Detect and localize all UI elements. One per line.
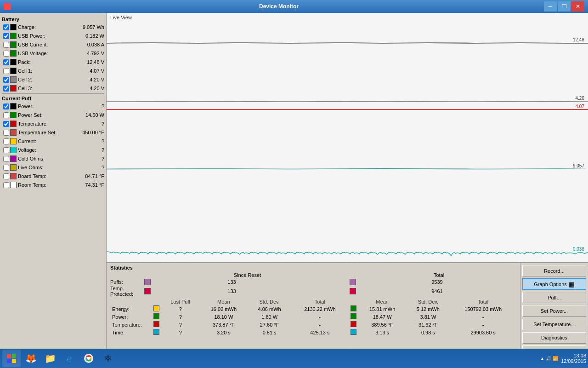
- cp-temp-checkbox[interactable]: [3, 121, 9, 127]
- minimize-button[interactable]: ─: [544, 1, 557, 12]
- taskbar-atom[interactable]: ⚛: [99, 350, 117, 367]
- puffs-color-sr: [144, 279, 151, 285]
- power-stddev-sr: 1.80 W: [248, 313, 291, 321]
- cp-voltage-checkbox[interactable]: [3, 147, 9, 153]
- energy-mean-sr: 16.02 mWh: [200, 305, 248, 313]
- cp-current-value: ?: [77, 138, 104, 144]
- energy-color-box2: [351, 305, 356, 311]
- cp-coldohms-color: [10, 155, 17, 162]
- time-mean-t: 3.13 s: [358, 328, 407, 336]
- record-button[interactable]: Record...: [522, 265, 586, 276]
- svg-text:0.038: 0.038: [573, 246, 584, 251]
- cp-temp-value: ?: [77, 121, 104, 126]
- power-color-box2: [351, 313, 356, 319]
- col-lastpuff: Last Puff: [161, 299, 200, 305]
- battery-pack-checkbox[interactable]: [3, 59, 9, 65]
- cp-coldohms-value: ?: [77, 156, 104, 161]
- energy-stddev-t: 5.12 mWh: [407, 305, 450, 313]
- currentpuff-header: Current Puff: [2, 96, 104, 101]
- cp-power-checkbox[interactable]: [3, 104, 9, 109]
- table-row: Temperature: ? 373.87 °F 27.60 °F - 389.…: [110, 321, 516, 328]
- svg-text:9.057: 9.057: [573, 163, 584, 168]
- set-power-button[interactable]: Set Power...: [522, 305, 586, 316]
- battery-cell1-row: Cell 1: 4.07 V: [2, 67, 104, 75]
- cp-roomtemp-checkbox[interactable]: [3, 182, 9, 188]
- cp-current-checkbox[interactable]: [3, 138, 9, 144]
- diagnostics-button[interactable]: Diagnostics: [522, 332, 586, 344]
- taskbar-ie[interactable]: ℯ: [60, 350, 79, 367]
- cp-current-color: [10, 138, 17, 144]
- puffs-color-total: [350, 279, 356, 285]
- svg-text:4.07: 4.07: [576, 104, 585, 109]
- graph-options-button[interactable]: Graph Options ▦: [522, 278, 586, 290]
- battery-cell2-checkbox[interactable]: [3, 77, 9, 83]
- table-row: Power: ? 18.10 W 1.80 W - 18.47 W 3.81 W…: [110, 313, 516, 321]
- close-button[interactable]: ✕: [571, 1, 584, 12]
- restore-button[interactable]: ❐: [558, 1, 571, 12]
- battery-usbcurrent-color: [10, 41, 17, 48]
- taskbar-right: ▲ 🔊 📶 13:08 12/09/2015: [540, 353, 586, 364]
- power-total-sr: -: [291, 313, 349, 321]
- temperature-mean-t: 389.56 °F: [358, 321, 407, 328]
- battery-charge-checkbox[interactable]: [3, 24, 9, 30]
- cp-temp-color: [10, 121, 17, 127]
- battery-cell2-color: [10, 76, 17, 83]
- battery-usbvoltage-row: USB Voltage: 4.792 V: [2, 49, 104, 58]
- graph-options-icon: ▦: [569, 281, 575, 288]
- battery-usbpower-checkbox[interactable]: [3, 33, 9, 39]
- time-color-box2: [351, 329, 356, 335]
- battery-charge-color: [10, 24, 17, 30]
- battery-usbvoltage-checkbox[interactable]: [3, 51, 9, 57]
- taskbar: 🦊 📁 ℯ ⚛ ▲ 🔊 📶 13:08 12/09/2015: [0, 349, 588, 368]
- cp-roomtemp-color: [10, 182, 17, 188]
- cp-coldohms-checkbox[interactable]: [3, 156, 9, 162]
- cp-powerset-checkbox[interactable]: [3, 112, 9, 118]
- live-view-label: Live View: [110, 15, 132, 20]
- taskbar-firefox[interactable]: 🦊: [22, 350, 40, 367]
- taskbar-start[interactable]: [2, 350, 21, 367]
- cp-tempset-checkbox[interactable]: [3, 130, 9, 136]
- window-controls[interactable]: ─ ❐ ✕: [544, 1, 584, 12]
- graph-options-label: Graph Options: [534, 282, 567, 287]
- title-bar: Device Monitor ─ ❐ ✕: [0, 0, 588, 13]
- stats-header: Statistics: [110, 265, 516, 270]
- taskbar-chrome[interactable]: [79, 350, 98, 367]
- cp-liveohms-row: Live Ohms: ?: [2, 163, 104, 172]
- power-lastpuff: ?: [161, 313, 200, 321]
- power-mean-t: 18.47 W: [358, 313, 407, 321]
- stats-buttons-panel: Record... Graph Options ▦ Puff... Set Po…: [520, 263, 588, 359]
- cp-power-color: [10, 103, 17, 109]
- cp-roomtemp-row: Room Temp: 74.31 °F: [2, 181, 104, 189]
- taskbar-files[interactable]: 📁: [41, 350, 59, 367]
- svg-rect-8: [7, 359, 11, 363]
- temperature-lastpuff: ?: [161, 321, 200, 328]
- temprot-color-sr: [144, 288, 151, 294]
- cp-power-value: ?: [77, 104, 104, 109]
- cp-temp-row: Temperature: ?: [2, 120, 104, 128]
- time-stddev-t: 0.98 s: [407, 328, 450, 336]
- battery-cell1-checkbox[interactable]: [3, 68, 9, 74]
- cp-voltage-color: [10, 147, 17, 153]
- cp-roomtemp-label: Room Temp:: [18, 182, 77, 188]
- cp-powerset-label: Power Set:: [18, 112, 77, 118]
- total-header: Total: [362, 272, 516, 278]
- cp-liveohms-checkbox[interactable]: [3, 165, 9, 171]
- battery-header: Battery: [2, 17, 104, 22]
- cp-boardtemp-checkbox[interactable]: [3, 173, 9, 179]
- temperature-color-box: [153, 321, 159, 327]
- battery-usbcurrent-checkbox[interactable]: [3, 42, 9, 48]
- battery-usbcurrent-value: 0.038 A: [77, 42, 104, 47]
- col-mean-sr: Mean: [200, 299, 248, 305]
- puffs-total: 9539: [358, 279, 516, 285]
- battery-cell3-checkbox[interactable]: [3, 86, 9, 92]
- temperature-stddev-sr: 27.60 °F: [248, 321, 291, 328]
- cp-powerset-value: 14.50 W: [77, 112, 104, 118]
- main-container: Battery Charge: 9.057 Wh USB Power: 0.18…: [0, 13, 588, 368]
- battery-charge-row: Charge: 9.057 Wh: [2, 23, 104, 31]
- temperature-stddev-t: 31.62 °F: [407, 321, 450, 328]
- graph-canvas: 12.48 4.20 4.07 9.057 0.038: [107, 13, 588, 262]
- battery-usbcurrent-row: USB Current: 0.038 A: [2, 40, 104, 49]
- puff-button[interactable]: Puff...: [522, 292, 586, 303]
- battery-usbpower-color: [10, 33, 17, 39]
- set-temperature-button[interactable]: Set Temperature...: [522, 319, 586, 330]
